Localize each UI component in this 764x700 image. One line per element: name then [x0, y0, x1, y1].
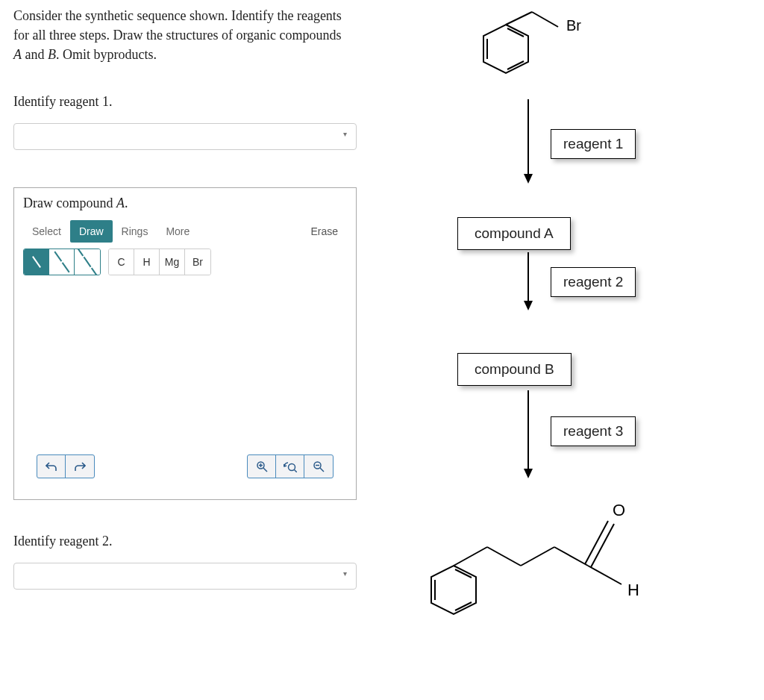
draw-post: .: [125, 196, 128, 210]
svg-line-5: [294, 470, 297, 473]
box-compound-a: compound A: [457, 217, 571, 250]
zoom-out-button[interactable]: [304, 455, 333, 478]
undo-icon: [46, 461, 57, 472]
svg-line-31: [588, 566, 621, 584]
prompt-A: A: [13, 47, 22, 62]
section-identify-reagent-2: Identify reagent 2.: [13, 534, 357, 549]
svg-line-25: [454, 547, 487, 566]
svg-marker-16: [524, 174, 533, 184]
structure-product-aldehyde: O H: [405, 487, 681, 637]
prompt-line1: Consider the synthetic sequence shown. I…: [13, 8, 342, 23]
single-bond-tool[interactable]: [24, 249, 49, 275]
tab-rings[interactable]: Rings: [113, 220, 157, 243]
element-br[interactable]: Br: [185, 249, 210, 275]
tab-draw[interactable]: Draw: [70, 220, 113, 243]
draw-compound-a-panel: Draw compound A. Select Draw Rings More …: [13, 187, 357, 500]
undo-redo-group: [37, 454, 95, 478]
draw-A: A: [116, 196, 125, 210]
svg-marker-18: [524, 301, 533, 310]
br-label: Br: [566, 17, 581, 34]
prompt-and: and: [22, 47, 48, 62]
svg-line-7: [320, 468, 324, 472]
arrow-step2: [517, 252, 539, 312]
tab-more[interactable]: More: [157, 220, 198, 243]
prompt-B: B: [48, 47, 56, 62]
arrow-step1: [517, 99, 539, 185]
svg-point-4: [288, 464, 295, 471]
h-label: H: [627, 581, 639, 599]
zoom-reset-button[interactable]: [276, 455, 304, 478]
svg-line-1: [263, 468, 267, 472]
svg-line-27: [521, 547, 554, 566]
bond-tool-group: [23, 249, 101, 275]
structure-benzyl-bromide: Br: [457, 6, 614, 96]
zoom-group: [247, 454, 334, 478]
svg-line-28: [554, 547, 588, 566]
box-reagent-2: reagent 2: [551, 267, 636, 297]
draw-pre: Draw compound: [23, 196, 116, 210]
tab-select[interactable]: Select: [23, 220, 70, 243]
element-tool-group: C H Mg Br: [108, 249, 211, 275]
reagent1-select[interactable]: [13, 123, 357, 150]
element-mg[interactable]: Mg: [160, 249, 185, 275]
svg-line-26: [487, 547, 521, 566]
undo-button[interactable]: [37, 455, 66, 478]
o-label: O: [613, 501, 625, 519]
triple-bond-tool[interactable]: [75, 249, 100, 275]
section-identify-reagent-1: Identify reagent 1.: [13, 94, 357, 110]
zoom-out-icon: [313, 460, 325, 472]
erase-button[interactable]: Erase: [301, 220, 347, 243]
element-h[interactable]: H: [134, 249, 160, 275]
box-reagent-3: reagent 3: [551, 416, 636, 446]
draw-tabs: Select Draw Rings More: [23, 220, 198, 243]
box-compound-b: compound B: [457, 353, 572, 386]
svg-marker-20: [524, 469, 533, 478]
box-reagent-1: reagent 1: [551, 129, 636, 159]
redo-icon: [74, 461, 86, 472]
reaction-scheme: Br reagent 1 compound A reagent 2 compou…: [372, 10, 751, 696]
prompt-line2: for all three steps. Draw the structures…: [13, 28, 342, 43]
redo-button[interactable]: [66, 455, 94, 478]
svg-line-13: [506, 12, 532, 25]
element-c[interactable]: C: [109, 249, 134, 275]
svg-marker-21: [431, 566, 476, 614]
question-prompt: Consider the synthetic sequence shown. I…: [13, 6, 357, 64]
svg-marker-9: [483, 25, 528, 73]
arrow-step3: [517, 390, 539, 480]
zoom-reset-icon: [284, 460, 297, 472]
draw-compound-a-header: Draw compound A.: [14, 188, 356, 216]
svg-line-14: [532, 12, 558, 27]
prompt-post: . Omit byproducts.: [56, 47, 157, 62]
reagent2-select[interactable]: [13, 563, 357, 590]
draw-canvas[interactable]: [14, 275, 356, 447]
double-bond-tool[interactable]: [49, 249, 75, 275]
zoom-in-button[interactable]: [248, 455, 276, 478]
zoom-in-icon: [256, 460, 268, 472]
